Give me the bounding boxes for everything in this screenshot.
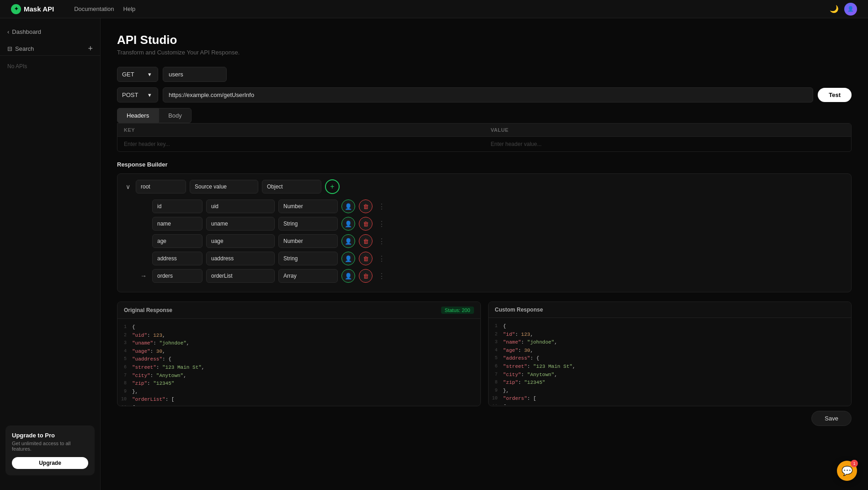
- field-source-input-1[interactable]: [206, 217, 275, 231]
- field-type-select-0[interactable]: Number String Array Object: [278, 199, 338, 213]
- root-collapse-button[interactable]: ∨: [124, 181, 132, 192]
- alias-input[interactable]: [163, 67, 227, 82]
- code-line: 6 "street": "123 Main St",: [117, 364, 480, 372]
- root-name-input[interactable]: [136, 180, 186, 194]
- code-line: 11 {: [117, 404, 480, 406]
- sidebar-back[interactable]: ‹ Dashboard: [0, 26, 100, 38]
- field-add-button-0[interactable]: 👤: [341, 199, 355, 213]
- upgrade-button[interactable]: Upgrade: [12, 457, 88, 469]
- page-subtitle: Transform and Customize Your API Respons…: [117, 49, 852, 56]
- field-menu-icon-0[interactable]: ⋮: [376, 202, 387, 211]
- header-value-input[interactable]: [485, 137, 852, 151]
- response-builder-title: Response Builder: [117, 161, 852, 168]
- field-delete-button-0[interactable]: 🗑: [359, 199, 373, 213]
- field-name-input-0[interactable]: [152, 199, 202, 213]
- line-number: 8: [489, 379, 503, 386]
- avatar[interactable]: 👤: [844, 3, 857, 16]
- method-select-1[interactable]: GET POST PUT DELETE ▾: [117, 67, 158, 82]
- field-add-button-3[interactable]: 👤: [341, 252, 355, 265]
- save-button[interactable]: Save: [811, 411, 852, 426]
- line-number: 4: [489, 347, 503, 354]
- field-rows: Number String Array Object 👤 🗑 ⋮ Number …: [124, 199, 845, 283]
- line-number: 9: [117, 388, 132, 395]
- field-menu-icon-4[interactable]: ⋮: [376, 272, 387, 280]
- code-line: 5 "uaddress": {: [117, 355, 480, 364]
- code-line: 4 "uage": 30,: [117, 348, 480, 356]
- field-add-button-4[interactable]: 👤: [341, 269, 355, 283]
- field-expand-button[interactable]: →: [138, 270, 149, 281]
- line-content: "age": 30,: [503, 347, 852, 355]
- line-number: 5: [489, 355, 503, 362]
- field-delete-button-2[interactable]: 🗑: [359, 234, 373, 248]
- line-content: },: [503, 387, 852, 395]
- custom-response-panel: Custom Response 1{2 "id": 123,3 "name": …: [488, 302, 852, 406]
- field-delete-button-1[interactable]: 🗑: [359, 217, 373, 231]
- add-api-button[interactable]: +: [88, 44, 93, 53]
- field-type-select-3[interactable]: Number String Array Object: [278, 252, 338, 265]
- line-content: "street": "123 Main St",: [132, 364, 480, 372]
- topnav: ✦ Mask API Documentation Help 🌙 👤: [0, 0, 868, 18]
- code-line: 8 "zip": "12345": [117, 380, 480, 388]
- field-menu-icon-2[interactable]: ⋮: [376, 237, 387, 246]
- line-content: {: [132, 404, 480, 406]
- code-line: 1{: [117, 323, 480, 332]
- field-type-select-4[interactable]: Number String Array Object: [278, 269, 338, 283]
- field-source-input-0[interactable]: [206, 199, 275, 213]
- status-badge: Status: 200: [441, 307, 474, 314]
- field-source-input-2[interactable]: [206, 234, 275, 248]
- field-name-input-3[interactable]: [152, 252, 202, 265]
- sidebar-search-label: ⊟ Search: [7, 45, 84, 52]
- code-line: 9 },: [489, 387, 852, 395]
- field-name-input-4[interactable]: [152, 269, 202, 283]
- test-button[interactable]: Test: [818, 88, 852, 102]
- url-input[interactable]: [163, 87, 813, 102]
- field-type-select-1[interactable]: Number String Array Object: [278, 217, 338, 231]
- field-name-input-2[interactable]: [152, 234, 202, 248]
- bottom-panels: Original Response Status: 200 1{2 "uid":…: [117, 302, 852, 406]
- line-number: 9: [489, 387, 503, 394]
- field-menu-icon-1[interactable]: ⋮: [376, 220, 387, 228]
- method-dropdown-1[interactable]: GET POST PUT DELETE: [122, 71, 145, 78]
- line-number: 11: [117, 404, 132, 406]
- theme-toggle[interactable]: 🌙: [830, 5, 839, 13]
- field-name-input-1[interactable]: [152, 217, 202, 231]
- field-source-input-4[interactable]: [206, 269, 275, 283]
- builder-field-row: Number String Array Object 👤 🗑 ⋮: [124, 199, 845, 213]
- root-source-input[interactable]: [190, 180, 258, 194]
- line-number: 7: [489, 371, 503, 378]
- add-root-field-button[interactable]: +: [325, 179, 340, 194]
- field-menu-icon-3[interactable]: ⋮: [376, 254, 387, 263]
- builder-container: ∨ Object Array String Number + Number St…: [117, 173, 852, 292]
- field-add-button-1[interactable]: 👤: [341, 217, 355, 231]
- code-line: 6 "street": "123 Main St",: [489, 363, 852, 371]
- root-type-select[interactable]: Object Array String Number: [262, 180, 321, 194]
- field-delete-button-3[interactable]: 🗑: [359, 252, 373, 265]
- nav-help[interactable]: Help: [123, 5, 136, 12]
- request-row-2: POST GET PUT DELETE ▾ Test: [117, 87, 852, 102]
- nav-documentation[interactable]: Documentation: [74, 5, 114, 12]
- line-content: "zip": "12345": [132, 380, 480, 388]
- brand: ✦ Mask API: [11, 4, 54, 14]
- back-arrow-icon: ‹: [7, 28, 9, 35]
- line-content: "zip": "12345": [503, 379, 852, 387]
- save-row: Save: [117, 406, 852, 431]
- sidebar-search-row: ⊟ Search +: [0, 42, 100, 56]
- chat-bubble[interactable]: 💬 1: [837, 461, 857, 481]
- custom-response-header: Custom Response: [489, 302, 852, 318]
- sidebar: ‹ Dashboard ⊟ Search + No APIs Upgrade t…: [0, 18, 101, 490]
- tab-body[interactable]: Body: [159, 108, 192, 123]
- line-number: 3: [489, 339, 503, 346]
- line-content: "city": "Anytown",: [503, 371, 852, 379]
- header-key-input[interactable]: [117, 137, 485, 151]
- field-add-button-2[interactable]: 👤: [341, 234, 355, 248]
- field-source-input-3[interactable]: [206, 252, 275, 265]
- method-dropdown-2[interactable]: POST GET PUT DELETE: [122, 92, 145, 98]
- brand-icon: ✦: [11, 4, 21, 14]
- request-row-1: GET POST PUT DELETE ▾: [117, 67, 852, 82]
- tab-headers[interactable]: Headers: [117, 108, 159, 123]
- field-type-select-2[interactable]: Number String Array Object: [278, 234, 338, 248]
- method-select-2[interactable]: POST GET PUT DELETE ▾: [117, 87, 158, 102]
- line-content: "uage": 30,: [132, 348, 480, 356]
- line-number: 1: [117, 323, 132, 331]
- field-delete-button-4[interactable]: 🗑: [359, 269, 373, 283]
